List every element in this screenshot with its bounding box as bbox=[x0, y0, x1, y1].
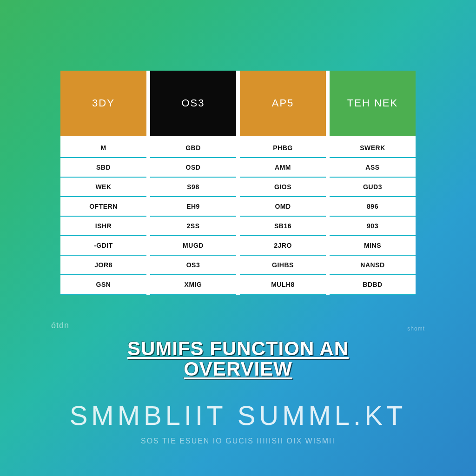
table-header-row: 3DY OS3 AP5 TEH NEK bbox=[60, 71, 416, 136]
table-cell: OMD bbox=[240, 197, 326, 217]
table-cell: XMIG bbox=[150, 275, 236, 295]
table-cell: GSN bbox=[60, 275, 146, 295]
table-cell: 896 bbox=[330, 197, 416, 217]
table-cell: S98 bbox=[150, 178, 236, 197]
table-header-3: AP5 bbox=[240, 71, 326, 136]
table-header-2: OS3 bbox=[150, 71, 236, 136]
table-cell: MINS bbox=[330, 236, 416, 256]
table-cell: SB16 bbox=[240, 217, 326, 236]
table-cell: ASS bbox=[330, 158, 416, 178]
table-cell: BDBD bbox=[330, 275, 416, 295]
table-cell: GIHBS bbox=[240, 256, 326, 275]
footer-label-left: ótdn bbox=[51, 321, 69, 331]
table-row: SBD OSD AMM ASS bbox=[60, 158, 416, 178]
table-cell: OFTERN bbox=[60, 197, 146, 217]
page-title: SUMIFS FUNCTION ANOVERVIEW bbox=[0, 338, 476, 379]
table-cell: PHBG bbox=[240, 139, 326, 158]
table-row: -GDIT MUGD 2JRO MINS bbox=[60, 236, 416, 256]
footer-subtext: SOS TIE ESUEN IO GUCIS IIIIISII OIX WISM… bbox=[0, 437, 476, 445]
table-row: JOR8 OS3 GIHBS NANSD bbox=[60, 256, 416, 275]
footer-heading: SMMBLIIT SUMML.KT bbox=[0, 400, 476, 431]
footer-label-right: shomt bbox=[407, 325, 425, 332]
table-cell: MULH8 bbox=[240, 275, 326, 295]
table-cell: AMM bbox=[240, 158, 326, 178]
table-row: OFTERN EH9 OMD 896 bbox=[60, 197, 416, 217]
table-row: GSN XMIG MULH8 BDBD bbox=[60, 275, 416, 295]
table-cell: GUD3 bbox=[330, 178, 416, 197]
table-row: ISHR 2SS SB16 903 bbox=[60, 217, 416, 236]
table-cell: 2SS bbox=[150, 217, 236, 236]
table-header-1: 3DY bbox=[60, 71, 146, 136]
table-cell: EH9 bbox=[150, 197, 236, 217]
table-row: WEK S98 GIOS GUD3 bbox=[60, 178, 416, 197]
table-cell: 903 bbox=[330, 217, 416, 236]
table-cell: SBD bbox=[60, 158, 146, 178]
table-cell: GIOS bbox=[240, 178, 326, 197]
table-cell: JOR8 bbox=[60, 256, 146, 275]
table-cell: GBD bbox=[150, 139, 236, 158]
table-cell: OS3 bbox=[150, 256, 236, 275]
table-header-4: TEH NEK bbox=[330, 71, 416, 136]
table-cell: ISHR bbox=[60, 217, 146, 236]
table-cell: -GDIT bbox=[60, 236, 146, 256]
data-table: 3DY OS3 AP5 TEH NEK M GBD PHBG SWERK SBD… bbox=[60, 71, 416, 295]
table-row: M GBD PHBG SWERK bbox=[60, 139, 416, 158]
table-cell: 2JRO bbox=[240, 236, 326, 256]
table-cell: MUGD bbox=[150, 236, 236, 256]
table-cell: NANSD bbox=[330, 256, 416, 275]
table-cell: WEK bbox=[60, 178, 146, 197]
table-body: M GBD PHBG SWERK SBD OSD AMM ASS WEK S98… bbox=[60, 136, 416, 295]
table-cell: OSD bbox=[150, 158, 236, 178]
table-cell: M bbox=[60, 139, 146, 158]
table-cell: SWERK bbox=[330, 139, 416, 158]
